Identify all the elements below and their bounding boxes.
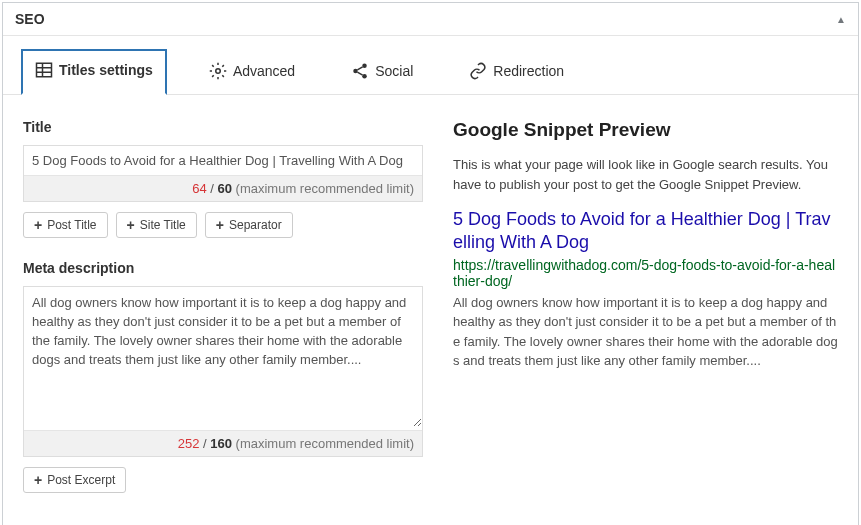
title-limit: 60 — [217, 181, 231, 196]
tab-label: Titles settings — [59, 62, 153, 78]
tab-label: Social — [375, 63, 413, 79]
title-count: 64 — [192, 181, 206, 196]
tab-social[interactable]: Social — [337, 49, 427, 95]
content: Title 64 / 60 (maximum recommended limit… — [3, 95, 858, 525]
title-input[interactable] — [24, 146, 422, 175]
snippet-url: https://travellingwithadog.com/5-dog-foo… — [453, 257, 838, 289]
meta-note: (maximum recommended limit) — [236, 436, 414, 451]
grid-icon — [35, 61, 53, 79]
meta-count: 252 — [178, 436, 200, 451]
svg-line-8 — [358, 67, 363, 70]
tab-redirection[interactable]: Redirection — [455, 49, 578, 95]
tab-titles-settings[interactable]: Titles settings — [21, 49, 167, 95]
tab-label: Redirection — [493, 63, 564, 79]
meta-label: Meta description — [23, 260, 423, 276]
link-icon — [469, 62, 487, 80]
title-label: Title — [23, 119, 423, 135]
plus-icon: + — [34, 473, 42, 487]
collapse-icon[interactable]: ▲ — [836, 14, 846, 25]
meta-counter: 252 / 160 (maximum recommended limit) — [24, 430, 422, 456]
left-column: Title 64 / 60 (maximum recommended limit… — [23, 119, 423, 515]
seo-panel: SEO ▲ Titles settings Advanced Social Re… — [2, 2, 859, 525]
meta-limit: 160 — [210, 436, 232, 451]
plus-icon: + — [216, 218, 224, 232]
meta-buttons: +Post Excerpt — [23, 467, 423, 493]
site-title-button[interactable]: +Site Title — [116, 212, 197, 238]
meta-input-wrap: 252 / 160 (maximum recommended limit) — [23, 286, 423, 457]
panel-header[interactable]: SEO ▲ — [3, 3, 858, 36]
svg-point-4 — [216, 69, 221, 74]
preview-note: This is what your page will look like in… — [453, 155, 838, 194]
plus-icon: + — [34, 218, 42, 232]
share-icon — [351, 62, 369, 80]
title-buttons: +Post Title +Site Title +Separator — [23, 212, 423, 238]
title-note: (maximum recommended limit) — [236, 181, 414, 196]
tab-label: Advanced — [233, 63, 295, 79]
tabs: Titles settings Advanced Social Redirect… — [3, 36, 858, 95]
svg-point-6 — [353, 69, 358, 74]
separator-button[interactable]: +Separator — [205, 212, 293, 238]
right-column: Google Snippet Preview This is what your… — [453, 119, 838, 515]
snippet-desc: All dog owners know how important it is … — [453, 293, 838, 371]
post-title-button[interactable]: +Post Title — [23, 212, 108, 238]
svg-point-5 — [362, 64, 367, 69]
meta-textarea[interactable] — [24, 287, 422, 427]
svg-line-9 — [358, 72, 363, 75]
panel-title: SEO — [15, 11, 45, 27]
plus-icon: + — [127, 218, 135, 232]
gear-icon — [209, 62, 227, 80]
title-counter: 64 / 60 (maximum recommended limit) — [24, 175, 422, 201]
tab-advanced[interactable]: Advanced — [195, 49, 309, 95]
svg-rect-0 — [37, 63, 52, 77]
post-excerpt-button[interactable]: +Post Excerpt — [23, 467, 126, 493]
svg-point-7 — [362, 74, 367, 79]
title-input-wrap: 64 / 60 (maximum recommended limit) — [23, 145, 423, 202]
snippet-title: 5 Dog Foods to Avoid for a Healthier Dog… — [453, 208, 838, 255]
preview-heading: Google Snippet Preview — [453, 119, 838, 141]
